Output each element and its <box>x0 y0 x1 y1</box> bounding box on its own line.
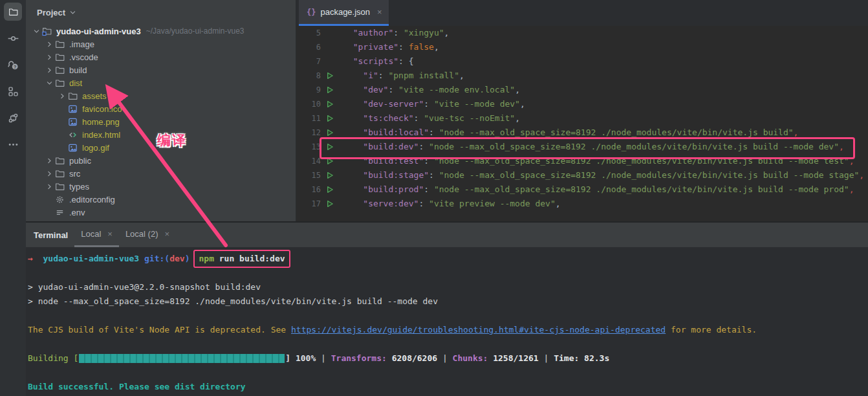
tree-item-label: .vscode <box>68 52 98 62</box>
code-line-15[interactable]: 15 "build:stage": "node --max_old_space_… <box>296 168 868 182</box>
build-progress-bar <box>79 354 285 363</box>
vite-troubleshooting-link[interactable]: https://vitejs.dev/guide/troubleshooting… <box>291 323 666 337</box>
code-text: "i": "pnpm install", <box>336 69 464 83</box>
json-file-icon: {} <box>307 8 316 17</box>
run-icon[interactable] <box>325 185 334 194</box>
folder-icon <box>8 7 18 17</box>
code-text: "serve:dev": "vite preview --mode dev", <box>336 197 561 211</box>
tree-item-assets[interactable]: assets <box>26 89 296 102</box>
image-file-icon <box>68 143 78 153</box>
code-text: "build:local": "node --max_old_space_siz… <box>336 126 798 140</box>
folder-icon <box>55 156 65 166</box>
tree-item-label: favicon.ico <box>81 104 122 114</box>
code-line-16[interactable]: 16 "build:prod": "node --max_old_space_s… <box>296 182 868 197</box>
html-file-icon <box>68 130 78 140</box>
close-icon[interactable]: × <box>164 229 169 239</box>
tree-item-.vscode[interactable]: .vscode <box>26 50 296 63</box>
tab-label: package.json <box>320 7 370 17</box>
run-icon[interactable] <box>325 171 334 180</box>
chev-right-icon[interactable] <box>45 66 54 74</box>
tree-item-home.png[interactable]: home.png <box>26 115 296 128</box>
project-panel-title: Project <box>37 8 65 17</box>
chev-right-icon[interactable] <box>45 53 54 61</box>
run-icon[interactable] <box>325 142 334 151</box>
chev-right-icon[interactable] <box>45 182 54 191</box>
tree-item-index.html[interactable]: index.html <box>26 128 296 141</box>
gear-icon <box>55 195 65 204</box>
folder-icon <box>68 91 78 101</box>
tree-item-label: types <box>68 182 89 192</box>
tree-item-label: .image <box>68 39 94 49</box>
code-line-6[interactable]: 6 "private": false, <box>296 40 868 54</box>
line-number: 9 <box>296 83 321 97</box>
code-line-5[interactable]: 5 "author": "xingyu", <box>296 26 868 40</box>
run-icon[interactable] <box>325 128 334 137</box>
close-icon[interactable]: × <box>377 7 382 17</box>
project-panel-header[interactable]: Project <box>26 0 296 25</box>
activity-project-button[interactable] <box>4 3 22 21</box>
tree-item-dist[interactable]: dist <box>26 76 296 89</box>
chev-right-icon[interactable] <box>45 157 54 165</box>
project-folder-icon <box>42 27 52 36</box>
run-icon[interactable] <box>325 157 334 166</box>
tab-package-json[interactable]: {} package.json × <box>299 0 389 26</box>
tree-item-yudao-ui-admin-vue3[interactable]: yudao-ui-admin-vue3~/Java/yudao-ui-admin… <box>26 25 296 38</box>
activity-more-button[interactable] <box>4 135 22 153</box>
line-number: 14 <box>296 154 321 168</box>
tree-item-.editorconfig[interactable]: .editorconfig <box>26 193 296 206</box>
terminal-tab-Local[interactable]: Local× <box>74 223 119 247</box>
code-line-13[interactable]: 13 "build:dev": "node --max_old_space_si… <box>296 140 868 154</box>
run-icon[interactable] <box>325 71 334 80</box>
activity-pull-requests-button[interactable]: ? <box>4 56 22 74</box>
chevron-down-icon[interactable] <box>69 8 77 17</box>
chev-right-icon[interactable] <box>45 40 54 49</box>
ide-window: ? Project yudao-ui-admin-vue3~/Java/yuda… <box>0 0 868 396</box>
activity-version-control-button[interactable] <box>4 109 22 127</box>
terminal-line-blank <box>28 309 868 323</box>
terminal-tabs: Local×Local (2)× <box>74 223 176 247</box>
activity-commit-button[interactable] <box>4 29 22 47</box>
code-area[interactable]: 5 "author": "xingyu",6 "private": false,… <box>296 26 868 221</box>
code-line-7[interactable]: 7 "scripts": { <box>296 54 868 69</box>
chev-right-icon[interactable] <box>45 170 54 178</box>
tree-item-label: yudao-ui-admin-vue3 <box>55 27 141 36</box>
line-number: 12 <box>296 126 321 140</box>
run-icon[interactable] <box>325 100 334 109</box>
code-line-11[interactable]: 11 "ts:check": "vue-tsc --noEmit", <box>296 111 868 126</box>
tree-item-build[interactable]: build <box>26 63 296 76</box>
tree-item-.env[interactable]: .env <box>26 206 296 219</box>
commit-icon <box>8 33 19 44</box>
code-line-8[interactable]: 8 "i": "pnpm install", <box>296 69 868 83</box>
tree-item-types[interactable]: types <box>26 180 296 193</box>
editor: {} package.json × 5 "author": "xingyu",6… <box>296 0 868 221</box>
tree-item-favicon.ico[interactable]: favicon.ico <box>26 102 296 115</box>
activity-structure-button[interactable] <box>4 82 22 100</box>
run-icon[interactable] <box>325 114 334 123</box>
code-line-12[interactable]: 12 "build:local": "node --max_old_space_… <box>296 126 868 140</box>
chev-down-icon[interactable] <box>45 79 54 87</box>
run-icon[interactable] <box>325 85 334 94</box>
tree-item-.image[interactable]: .image <box>26 38 296 50</box>
terminal-tab-Local (2)[interactable]: Local (2)× <box>119 223 176 247</box>
run-icon[interactable] <box>325 199 334 208</box>
close-icon[interactable]: × <box>107 229 113 239</box>
terminal-line-build-success: Build successful. Please see dist direct… <box>28 380 868 394</box>
terminal-tab-label: Local <box>81 229 101 239</box>
help-users-icon: ? <box>7 59 19 71</box>
tree-item-src[interactable]: src <box>26 167 296 180</box>
terminal-line-deprecation-warning: The CJS build of Vite's Node API is depr… <box>28 323 868 337</box>
code-line-17[interactable]: 17 "serve:dev": "vite preview --mode dev… <box>296 197 868 211</box>
tree-item-label: build <box>68 65 87 75</box>
svg-text:?: ? <box>14 64 16 70</box>
code-line-10[interactable]: 10 "dev-server": "vite --mode dev", <box>296 97 868 111</box>
code-line-9[interactable]: 9 "dev": "vite --mode env.local", <box>296 83 868 97</box>
chev-right-icon[interactable] <box>58 92 67 100</box>
terminal-header: Terminal Local×Local (2)× <box>26 223 868 247</box>
terminal-output[interactable]: → yudao-ui-admin-vue3 git:(dev)npm run b… <box>26 247 868 394</box>
tree-item-public[interactable]: public <box>26 154 296 167</box>
tree-item-logo.gif[interactable]: logo.gif <box>26 141 296 154</box>
folder-icon <box>55 182 65 192</box>
code-line-14[interactable]: 14 "build:test": "node --max_old_space_s… <box>296 154 868 168</box>
chev-down-icon[interactable] <box>32 27 41 36</box>
terminal-line-build-progress: Building [] 100% | Transforms: 6208/6206… <box>28 351 868 366</box>
